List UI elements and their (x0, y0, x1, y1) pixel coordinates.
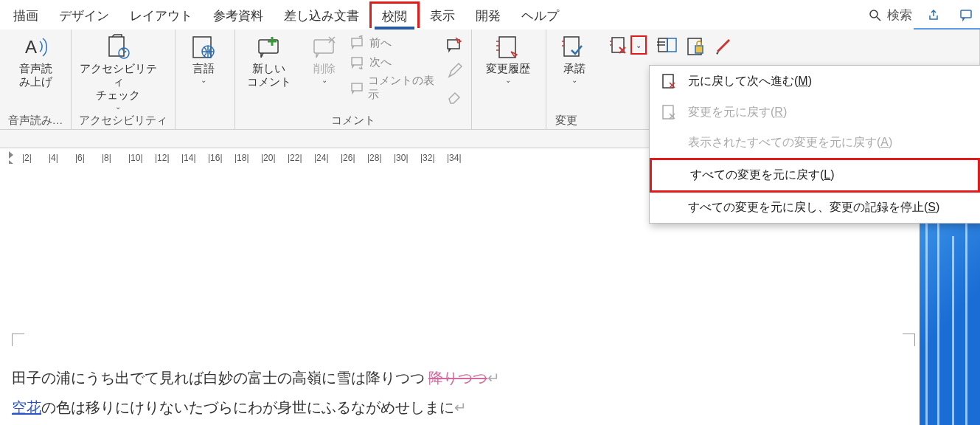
eraser-icon[interactable] (446, 87, 464, 105)
svg-rect-2 (961, 10, 971, 18)
chevron-down-icon: ⌄ (115, 103, 121, 111)
next-comment-button[interactable]: 次へ (350, 55, 439, 69)
ruler-tick: |22| (288, 153, 302, 163)
ruler-tick: |30| (394, 153, 409, 163)
new-comment-icon (256, 34, 282, 61)
svg-rect-4 (109, 37, 124, 56)
menu-reject-shown: 表示されたすべての変更を元に戻す(A) (650, 128, 980, 158)
svg-rect-12 (352, 83, 362, 91)
svg-point-0 (870, 10, 878, 18)
chevron-down-icon: ⌄ (571, 77, 577, 84)
comment-icon (959, 8, 973, 21)
search-box[interactable]: 検索 (868, 7, 912, 24)
track-changes-button[interactable]: 変更履歴 ⌄ (476, 32, 540, 84)
reject-icon (661, 104, 678, 120)
reject-icon (661, 73, 678, 89)
accessibility-check-button[interactable]: アクセシビリティ チェック ⌄ (76, 32, 160, 111)
new-comment-button[interactable]: 新しい コメント (240, 32, 298, 89)
accept-icon (561, 34, 588, 61)
language-button[interactable]: 言語 ⌄ (180, 32, 227, 84)
ruler-tick: |20| (261, 153, 276, 163)
tab-view[interactable]: 表示 (420, 3, 465, 27)
svg-rect-11 (352, 58, 362, 65)
accept-button[interactable]: 承諾 ⌄ (551, 32, 598, 84)
group-label-accessibility: アクセシビリティ (72, 111, 175, 129)
tab-design[interactable]: デザイン (49, 3, 119, 27)
show-comments-icon (350, 80, 364, 95)
pen-icon[interactable] (446, 62, 464, 80)
reject-split-button[interactable]: ⌄ (608, 32, 647, 55)
menu-reject-change: 変更を元に戻す(R) (650, 97, 980, 128)
tab-developer[interactable]: 開発 (465, 3, 511, 27)
search-icon (868, 8, 881, 21)
ruler-tick: |26| (341, 153, 355, 163)
reject-dropdown-menu: 元に戻して次へ進む(M) 変更を元に戻す(R) 表示されたすべての変更を元に戻す… (649, 65, 980, 224)
svg-line-1 (877, 17, 880, 21)
svg-text:A: A (25, 37, 37, 57)
show-comments-button[interactable]: コメントの表示 (350, 74, 439, 102)
svg-rect-22 (695, 46, 703, 53)
reject-icon (610, 35, 629, 55)
ruler-tick: |10| (128, 153, 143, 163)
read-aloud-icon: A (22, 34, 49, 61)
ruler-tick: |24| (314, 153, 329, 163)
share-icon (927, 8, 940, 21)
protect-icon[interactable] (685, 35, 706, 56)
reject-dropdown-caret[interactable]: ⌄ (630, 35, 647, 55)
menu-reject-and-next[interactable]: 元に戻して次へ進む(M) (650, 66, 980, 97)
delete-comment-button[interactable]: 削除 ⌄ (302, 32, 346, 84)
svg-rect-10 (352, 38, 362, 46)
prev-comment-button[interactable]: 前へ (350, 35, 439, 50)
tab-draw[interactable]: 描画 (3, 3, 49, 27)
ruler-tick: |18| (234, 153, 249, 163)
tab-help[interactable]: ヘルプ (511, 3, 569, 27)
ruler-tick: |12| (155, 153, 170, 163)
menu-reject-all-stop[interactable]: すべての変更を元に戻し、変更の記録を停止(S) (650, 193, 980, 223)
next-comment-icon (350, 55, 365, 69)
ink-comment-icon[interactable] (446, 37, 464, 55)
tab-references[interactable]: 参考資料 (203, 3, 274, 27)
tracked-insert: 降りつつ (428, 370, 487, 386)
chevron-down-icon: ⌄ (201, 77, 206, 84)
delete-comment-icon (311, 34, 338, 61)
search-placeholder: 検索 (887, 7, 912, 24)
ruler-tick: |28| (367, 153, 382, 163)
language-icon (190, 34, 217, 61)
ruler-tick: |2| (22, 153, 32, 163)
tab-review[interactable]: 校閲 (369, 1, 420, 28)
comments-pane-button[interactable] (955, 4, 977, 26)
ruler-tick: |16| (208, 153, 223, 163)
ribbon-tabs: 描画 デザイン レイアウト 参考資料 差し込み文書 校閲 表示 開発 ヘルプ 検… (0, 0, 980, 30)
document-text[interactable]: 田子の浦にうち出でて見れば白妙の富士の高嶺に雪は降りつつ 降りつつ↵ 空花の色は… (12, 363, 500, 422)
ruler-tick: |34| (447, 153, 462, 163)
group-label-speech: 音声読み… (0, 111, 71, 129)
read-aloud-button[interactable]: A 音声読 み上げ (4, 32, 66, 89)
page-corner (12, 334, 24, 346)
compare-icon[interactable] (657, 35, 678, 56)
svg-rect-18 (667, 38, 676, 52)
ink-icon[interactable] (713, 35, 734, 56)
accessibility-icon (105, 34, 131, 61)
ruler-tick: |32| (420, 153, 435, 163)
indent-marker[interactable] (6, 148, 21, 170)
tab-layout[interactable]: レイアウト (119, 3, 203, 27)
group-label-comments: コメント (235, 111, 471, 129)
ruler-tick: |6| (75, 153, 85, 163)
track-changes-icon (495, 34, 521, 61)
menu-reject-all[interactable]: すべての変更を元に戻す(L) (650, 158, 980, 193)
chevron-down-icon: ⌄ (322, 77, 327, 84)
tracked-delete: 空花 (12, 399, 41, 415)
ruler-tick: |8| (102, 153, 111, 163)
tab-mailings[interactable]: 差し込み文書 (274, 3, 369, 27)
chevron-down-icon: ⌄ (505, 77, 511, 84)
prev-comment-icon (350, 35, 365, 50)
ruler-tick: |14| (181, 153, 196, 163)
share-button[interactable] (922, 4, 945, 26)
ruler-tick: |4| (49, 153, 58, 163)
page-corner (903, 334, 915, 346)
